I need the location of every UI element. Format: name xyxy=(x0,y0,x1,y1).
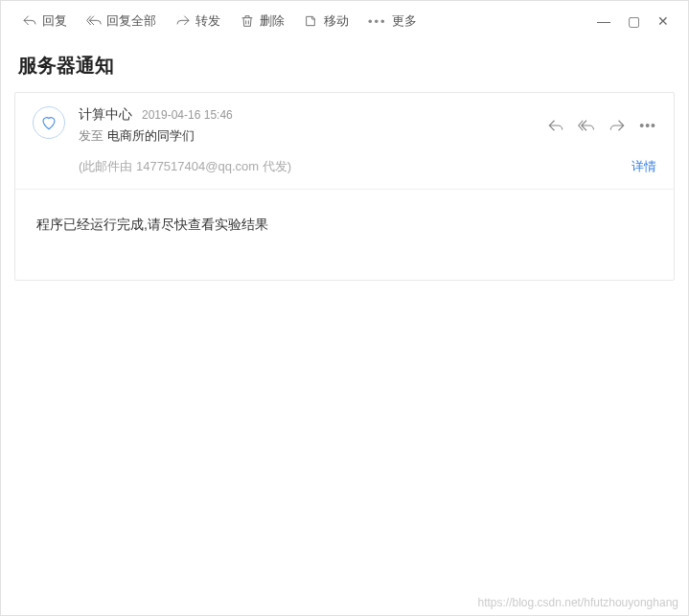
timestamp: 2019-04-16 15:46 xyxy=(142,108,233,122)
reply-all-icon xyxy=(86,13,102,29)
delete-label: 删除 xyxy=(260,12,285,30)
header-info: 计算中心 2019-04-16 15:46 发至 电商所的同学们 xyxy=(79,106,547,145)
detail-link[interactable]: 详情 xyxy=(632,158,656,175)
more-actions-button[interactable]: ••• xyxy=(639,118,656,133)
more-dots-icon: ••• xyxy=(368,14,387,29)
forward-icon xyxy=(175,13,191,29)
move-label: 移动 xyxy=(324,12,349,30)
toolbar: 回复 回复全部 转发 删除 移动 ••• 更多 — ▢ ✕ xyxy=(1,1,688,41)
reply-label: 回复 xyxy=(42,12,67,30)
reply-icon[interactable] xyxy=(547,117,564,134)
header-actions: ••• xyxy=(547,106,656,145)
forward-label: 转发 xyxy=(195,12,220,30)
recipients-prefix: 发至 xyxy=(79,128,103,143)
reply-button[interactable]: 回复 xyxy=(12,9,77,34)
email-subject: 服务器通知 xyxy=(1,41,688,92)
recipients-list: 电商所的同学们 xyxy=(107,128,195,143)
trash-icon xyxy=(240,13,255,29)
close-button[interactable]: ✕ xyxy=(657,13,669,29)
reply-all-icon[interactable] xyxy=(578,117,595,134)
email-header: 计算中心 2019-04-16 15:46 发至 电商所的同学们 ••• xyxy=(15,93,674,152)
forward-icon[interactable] xyxy=(609,117,626,134)
reply-all-button[interactable]: 回复全部 xyxy=(77,9,166,34)
forward-button[interactable]: 转发 xyxy=(166,9,230,34)
heart-icon xyxy=(40,114,57,131)
detail-row: (此邮件由 1477517404@qq.com 代发) 详情 xyxy=(15,152,674,185)
window-controls: — ▢ ✕ xyxy=(597,13,677,29)
more-label: 更多 xyxy=(392,12,417,30)
more-button[interactable]: ••• 更多 xyxy=(358,9,426,34)
proxy-note: (此邮件由 1477517404@qq.com 代发) xyxy=(79,158,632,175)
move-icon xyxy=(304,13,319,29)
reply-all-label: 回复全部 xyxy=(106,12,156,30)
move-button[interactable]: 移动 xyxy=(294,9,358,34)
reply-icon xyxy=(22,13,37,29)
sender-avatar[interactable] xyxy=(33,106,65,139)
maximize-button[interactable]: ▢ xyxy=(628,13,640,29)
watermark: https://blog.csdn.net/hfutzhouyonghang xyxy=(478,596,679,609)
minimize-button[interactable]: — xyxy=(597,13,610,29)
delete-button[interactable]: 删除 xyxy=(230,9,294,34)
email-card: 计算中心 2019-04-16 15:46 发至 电商所的同学们 ••• (此邮… xyxy=(14,92,675,281)
email-body: 程序已经运行完成,请尽快查看实验结果 xyxy=(15,190,674,280)
sender-name: 计算中心 xyxy=(79,106,132,124)
